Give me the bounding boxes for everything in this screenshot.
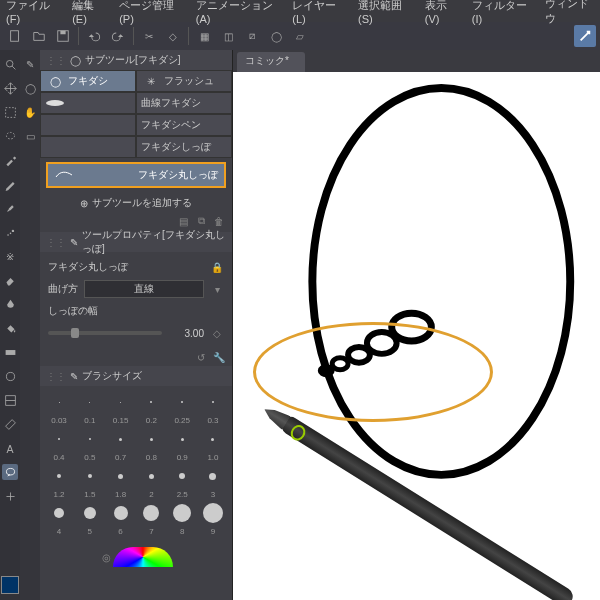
- brush-size-swatch[interactable]: [77, 390, 103, 414]
- chevron-down-icon[interactable]: ▾: [210, 282, 224, 296]
- grid-icon[interactable]: ▦: [193, 25, 215, 47]
- subtool-blank2[interactable]: [40, 114, 136, 136]
- document-tab[interactable]: コミック*: [237, 52, 305, 72]
- color-swatch[interactable]: [1, 576, 19, 594]
- gradient-icon[interactable]: [2, 344, 18, 360]
- prop-width-slider[interactable]: [48, 331, 162, 335]
- brush-icon[interactable]: [2, 200, 18, 216]
- menu-filter[interactable]: フィルター(I): [472, 0, 531, 25]
- assist-icon[interactable]: [574, 25, 596, 47]
- brush-size-swatch[interactable]: [77, 464, 103, 488]
- wrench-icon[interactable]: 🔧: [212, 350, 226, 364]
- undo-icon[interactable]: [83, 25, 105, 47]
- airbrush-icon[interactable]: [2, 224, 18, 240]
- pen-icon[interactable]: [2, 176, 18, 192]
- reset-icon[interactable]: ↺: [194, 350, 208, 364]
- stepper-icon[interactable]: ◇: [210, 326, 224, 340]
- deco-icon[interactable]: ※: [2, 248, 18, 264]
- brush-size-swatch[interactable]: [169, 501, 195, 525]
- menu-page[interactable]: ページ管理(P): [119, 0, 182, 25]
- save-icon[interactable]: [52, 25, 74, 47]
- balloon-tool-icon[interactable]: [2, 464, 18, 480]
- subtool-blank3[interactable]: [40, 136, 136, 158]
- brush-size-swatch[interactable]: [138, 501, 164, 525]
- prop-bend-select[interactable]: 直線: [84, 280, 204, 298]
- brush-size-swatch[interactable]: [46, 390, 72, 414]
- copy-icon[interactable]: ⧉: [194, 214, 208, 228]
- brush-size-swatch[interactable]: [200, 427, 226, 451]
- magnify-icon[interactable]: [2, 56, 18, 72]
- text-icon[interactable]: A: [2, 440, 18, 456]
- cut-icon[interactable]: ✂: [138, 25, 160, 47]
- blend-icon[interactable]: [2, 296, 18, 312]
- subtool-fukidashi[interactable]: ◯フキダシ: [40, 70, 136, 92]
- brush-size-swatch[interactable]: [169, 390, 195, 414]
- subtool-flash[interactable]: ✳フラッシュ: [136, 70, 232, 92]
- sub-shape-icon[interactable]: ◯: [22, 80, 38, 96]
- brush-size-swatch[interactable]: [200, 464, 226, 488]
- subtool-curve[interactable]: 曲線フキダシ: [136, 92, 232, 114]
- sub-select-icon[interactable]: ▭: [22, 128, 38, 144]
- fill-icon[interactable]: [2, 320, 18, 336]
- trash-icon[interactable]: 🗑: [212, 214, 226, 228]
- brush-size-swatch[interactable]: [77, 501, 103, 525]
- brush-size-swatch[interactable]: [77, 427, 103, 451]
- frame-icon[interactable]: [2, 392, 18, 408]
- shape-icon[interactable]: ◯: [265, 25, 287, 47]
- menu-select[interactable]: 選択範囲(S): [358, 0, 411, 25]
- brush-size-label: 0.1: [77, 416, 103, 425]
- brush-size-swatch[interactable]: [108, 390, 134, 414]
- subtool-pen[interactable]: フキダシペン: [136, 114, 232, 136]
- open-icon[interactable]: [28, 25, 50, 47]
- subtool-blank1[interactable]: [40, 92, 136, 114]
- add-subtool-row[interactable]: ⊕ サブツールを追加する: [40, 192, 232, 214]
- brush-size-swatch[interactable]: [200, 501, 226, 525]
- marquee-icon[interactable]: [2, 104, 18, 120]
- menu-edit[interactable]: 編集(E): [72, 0, 105, 25]
- sub-hand-icon[interactable]: ✋: [22, 104, 38, 120]
- prop-panel-head[interactable]: ⋮⋮ ✎ ツールプロパティ[フキダシ丸しっぽ]: [40, 232, 232, 252]
- menu-icon[interactable]: ▤: [176, 214, 190, 228]
- brush-size-swatch[interactable]: [108, 501, 134, 525]
- redo-icon[interactable]: [107, 25, 129, 47]
- brush-size-swatch[interactable]: [138, 390, 164, 414]
- perspective-icon[interactable]: ▱: [289, 25, 311, 47]
- menu-file[interactable]: ファイル(F): [6, 0, 58, 25]
- menu-window[interactable]: ウィンドウ: [545, 0, 594, 26]
- brush-size-swatch[interactable]: [108, 464, 134, 488]
- correct-icon[interactable]: [2, 488, 18, 504]
- brush-panel-head[interactable]: ⋮⋮ ✎ ブラシサイズ: [40, 366, 232, 386]
- canvas[interactable]: [233, 72, 600, 600]
- move-icon[interactable]: [2, 80, 18, 96]
- lock-icon[interactable]: 🔒: [210, 260, 224, 274]
- shape-circle-icon[interactable]: [2, 368, 18, 384]
- brush-size-swatch[interactable]: [46, 464, 72, 488]
- brush-size-swatch[interactable]: [200, 390, 226, 414]
- brush-size-swatch[interactable]: [138, 464, 164, 488]
- color-wheel-icon[interactable]: [113, 547, 173, 567]
- brush-size-swatch[interactable]: [138, 427, 164, 451]
- brush-size-swatch[interactable]: [169, 427, 195, 451]
- subtool-tail[interactable]: フキダシしっぽ: [136, 136, 232, 158]
- menu-layer[interactable]: レイヤー(L): [292, 0, 344, 25]
- color-wheel-panel[interactable]: ◎: [40, 542, 232, 572]
- brush-size-swatch[interactable]: [46, 427, 72, 451]
- brush-size-swatch[interactable]: [169, 464, 195, 488]
- brush-size-swatch[interactable]: [46, 501, 72, 525]
- subtool-panel-head[interactable]: ⋮⋮ ◯ サブツール[フキダシ]: [40, 50, 232, 70]
- ruler-icon[interactable]: ⧄: [241, 25, 263, 47]
- eyedropper-icon[interactable]: [2, 152, 18, 168]
- eraser-icon[interactable]: [2, 272, 18, 288]
- brush-size-swatch[interactable]: [108, 427, 134, 451]
- menu-anim[interactable]: アニメーション(A): [196, 0, 278, 25]
- subtool-round-tail[interactable]: フキダシ丸しっぽ: [46, 162, 226, 188]
- new-icon[interactable]: [4, 25, 26, 47]
- ruler-tool-icon[interactable]: [2, 416, 18, 432]
- clear-icon[interactable]: ◇: [162, 25, 184, 47]
- menu-view[interactable]: 表示(V): [425, 0, 458, 25]
- lasso-icon[interactable]: [2, 128, 18, 144]
- subtool-round-tail-label: フキダシ丸しっぽ: [138, 168, 218, 182]
- brush-size-label: 0.2: [138, 416, 164, 425]
- sub-pen-icon[interactable]: ✎: [22, 56, 38, 72]
- transform-icon[interactable]: ◫: [217, 25, 239, 47]
